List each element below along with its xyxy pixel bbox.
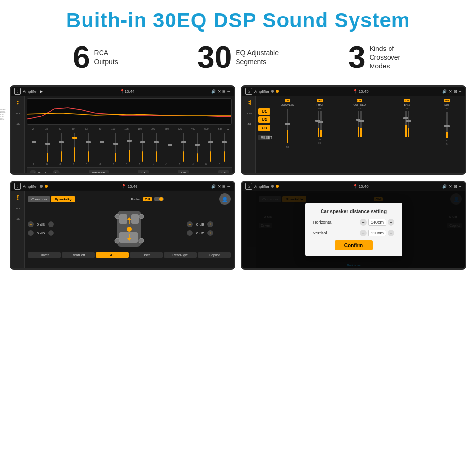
eq-val-6: 0 — [94, 163, 106, 166]
car-svg — [110, 207, 149, 250]
confirm-button[interactable]: Confirm — [335, 240, 373, 250]
right-top-minus[interactable]: − — [187, 221, 193, 227]
u3-button[interactable]: U3 — [258, 125, 270, 131]
eq-scroll-icon[interactable]: » — [227, 127, 232, 132]
loudness-on-badge: ON — [285, 99, 290, 102]
eq-u2-button[interactable]: U2 — [178, 170, 188, 175]
driver-button[interactable]: Driver — [28, 252, 61, 258]
left-bot-minus[interactable]: − — [28, 230, 34, 236]
left-speaker-col: − 0 dB + − 0 dB + — [28, 221, 71, 236]
status-bar-3: ⌂ Amplifier 📍 10:46 🔊✕⊟↩ — [11, 182, 234, 191]
eq-slider-11[interactable] — [164, 133, 177, 162]
eq-slider-13[interactable] — [191, 133, 204, 162]
eq-thumb-5 — [86, 141, 91, 143]
right-bot-plus[interactable]: + — [207, 230, 213, 236]
eq-icon-1[interactable]: 🎛 — [15, 100, 21, 106]
copilot-button[interactable]: Copilot — [198, 252, 231, 258]
user-button[interactable]: User — [130, 252, 163, 258]
eq-slider-15[interactable] — [218, 133, 231, 162]
horizontal-plus-button[interactable]: + — [388, 219, 394, 226]
left-top-minus[interactable]: − — [28, 221, 34, 227]
eq-slider-9[interactable] — [136, 133, 150, 162]
status-left-2: ⌂ Amplifier — [245, 88, 279, 95]
expand-icon-1[interactable]: ⇔ — [16, 121, 20, 127]
wave-icon-2[interactable]: 〰 — [247, 111, 252, 116]
left-top-plus[interactable]: + — [48, 221, 54, 227]
eq-reset-button[interactable]: RESET — [89, 170, 109, 175]
sub-label: SUB — [444, 103, 449, 106]
amp-col-bass: ON BASS F G — [384, 99, 430, 137]
u-buttons-col: U1 U2 U3 RESET — [258, 99, 270, 170]
eq-fill-11 — [170, 153, 170, 162]
phat-slider-f[interactable] — [320, 111, 322, 137]
dot-icon-3 — [40, 185, 43, 188]
common-tab-3[interactable]: Common — [28, 196, 50, 202]
eq-slider-6[interactable] — [95, 133, 108, 162]
bass-sliders — [405, 111, 409, 137]
eq-fill-15 — [224, 151, 225, 162]
home-icon-2[interactable]: ⌂ — [245, 88, 252, 95]
car-diagram — [73, 207, 185, 250]
vertical-plus-button[interactable]: + — [388, 230, 394, 236]
eq-slider-5[interactable] — [82, 133, 95, 162]
eq-label-50: 50 — [67, 127, 79, 132]
expand-icon-2[interactable]: ⇔ — [247, 121, 251, 127]
all-button[interactable]: All — [96, 252, 129, 258]
eq-icon-2[interactable]: 🎛 — [246, 100, 252, 106]
eq-next-button[interactable]: ▶ — [53, 170, 60, 175]
vertical-minus-button[interactable]: − — [360, 230, 367, 236]
sub-slider[interactable] — [446, 112, 448, 138]
home-icon-1[interactable]: ⌂ — [14, 88, 21, 95]
loudness-fill — [287, 130, 288, 143]
phat-gf-label: G F — [318, 107, 322, 110]
right-top-plus[interactable]: + — [207, 221, 213, 227]
sub-5-label: 5 — [446, 143, 447, 145]
eq-val-12: 0 — [173, 163, 186, 166]
eq-slider-10[interactable] — [150, 133, 163, 162]
eq-freq-labels: 25 32 40 50 63 80 100 125 160 200 250 32… — [27, 127, 232, 132]
home-icon-4[interactable]: ⌂ — [245, 183, 252, 190]
eq-fill-6 — [102, 151, 102, 162]
eq-slider-4[interactable] — [68, 133, 81, 162]
wave-icon-1[interactable]: 〰 — [16, 111, 20, 116]
u1-button[interactable]: U1 — [258, 108, 270, 115]
left-bot-plus[interactable]: + — [48, 230, 54, 236]
eq-slider-3[interactable] — [54, 133, 68, 162]
eq-slider-7[interactable] — [109, 133, 122, 162]
rearleft-button[interactable]: RearLeft — [62, 252, 95, 258]
horizontal-minus-button[interactable]: − — [360, 219, 367, 226]
sub-fill — [446, 132, 448, 138]
eq-u1-button[interactable]: U1 — [138, 170, 149, 175]
bass-slider-f[interactable] — [405, 111, 407, 137]
bass-fill-g — [408, 128, 409, 137]
eq-thumb-3 — [59, 141, 64, 143]
eq-prev-button[interactable]: ◀ — [30, 170, 36, 175]
eq-u3-button[interactable]: U3 — [218, 170, 229, 175]
eq-slider-12[interactable] — [177, 133, 190, 162]
eq-icon-3[interactable]: 🎛 — [15, 195, 21, 201]
status-bar-4: ⌂ Amplifier 📍 10:46 🔊✕⊟↩ — [242, 182, 465, 191]
eq-slider-1[interactable] — [27, 133, 40, 162]
phat-slider-g[interactable] — [318, 111, 319, 137]
fader-toggle[interactable] — [154, 197, 164, 201]
home-icon-3[interactable]: ⌂ — [14, 183, 21, 190]
cutfreq-slider-g[interactable] — [358, 111, 359, 137]
expand-icon-3[interactable]: ⇔ — [16, 216, 20, 222]
bass-thumb-g — [406, 120, 411, 122]
vertical-value: 110cm — [368, 230, 386, 236]
wave-icon-3[interactable]: 〰 — [16, 206, 20, 212]
cutfreq-slider-f[interactable] — [360, 111, 362, 137]
u2-button[interactable]: U2 — [258, 116, 270, 123]
eq-slider-14[interactable] — [204, 133, 218, 162]
bass-slider-g[interactable] — [408, 111, 409, 137]
right-bot-minus[interactable]: − — [187, 230, 193, 236]
eq-slider-2[interactable] — [41, 133, 54, 162]
rearright-button[interactable]: RearRight — [164, 252, 197, 258]
loudness-slider[interactable] — [287, 109, 288, 143]
screen2-reset-button[interactable]: RESET — [258, 135, 270, 140]
screen3-bottom-buttons: Driver RearLeft All User RearRight Copil… — [28, 252, 231, 258]
specialty-tab-3[interactable]: Specialty — [51, 196, 75, 202]
eq-slider-8[interactable] — [122, 133, 136, 162]
user-avatar-icon[interactable]: 👤 — [219, 193, 231, 205]
eq-val-10: 0 — [147, 163, 159, 166]
